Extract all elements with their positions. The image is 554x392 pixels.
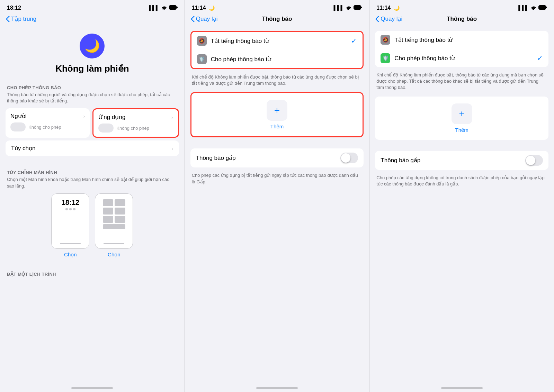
notification-source-group-2: 🔕 Tắt tiếng thông báo từ ✓ 🛡️ Cho phép t… [190, 31, 364, 69]
mute-row-2[interactable]: 🔕 Tắt tiếng thông báo từ ✓ [191, 32, 363, 50]
screen-thumbs: 18:12 Chọn [0, 191, 185, 261]
moon-status-icon-2: 🌙 [209, 5, 215, 11]
thumb-app-icons [103, 199, 125, 229]
status-bar-1: 18:12 ▌▌▌ [0, 0, 185, 14]
toggle-knob-3 [526, 156, 535, 165]
panel1-header: 🌙 Không làm phiền [0, 27, 185, 80]
svg-rect-3 [361, 7, 362, 8]
section2-title: TÙY CHỈNH MÀN HÌNH [7, 170, 178, 175]
thumb-home-bar [60, 243, 81, 244]
tuychon-chevron: › [172, 146, 173, 151]
tuychon-row[interactable]: Tùy chọn › [6, 140, 179, 156]
svg-rect-5 [546, 7, 547, 8]
bell-slash-icon-3: 🔕 [381, 35, 390, 45]
lockscreen-thumb[interactable]: 18:12 Chọn [51, 193, 89, 258]
allow-row-3[interactable]: 🛡️ Cho phép thông báo từ ✓ [375, 49, 548, 67]
wifi-icon-3 [531, 5, 536, 11]
nav-title-3: Thông báo [447, 16, 477, 22]
urgent-group-2: Thông báo gấp [190, 148, 364, 167]
status-time-2: 11:14 🌙 [192, 5, 215, 11]
home-indicator-1 [0, 384, 185, 392]
status-icons-2: ▌▌▌ [334, 5, 363, 11]
mute-row-3[interactable]: 🔕 Tắt tiếng thông báo từ [375, 31, 548, 49]
battery-icon-3 [538, 5, 547, 11]
wifi-icon-2 [346, 5, 351, 11]
app-icon-1 [103, 199, 113, 206]
section3-header: ĐẶT MỘT LỊCH TRÌNH [0, 266, 185, 278]
app-icon-3 [103, 208, 113, 215]
urgent-toggle-2[interactable] [340, 153, 358, 163]
signal-icon-2: ▌▌▌ [334, 5, 344, 11]
permissions-grid: Người › Không cho phép Ứng dụng › Không … [6, 108, 179, 138]
lockscreen-frame: 18:12 [51, 193, 89, 249]
lockscreen-label: Chọn [64, 252, 77, 258]
app-icon-2 [115, 199, 125, 206]
home-bar-3 [441, 387, 483, 389]
dot1 [65, 208, 68, 210]
urgent-toggle-3[interactable] [525, 155, 543, 166]
homescreen-frame [95, 193, 133, 249]
phone-panel-3: 11:14 🌙 ▌▌▌ Quay lại Thông báo [369, 0, 554, 392]
notification-source-group-3: 🔕 Tắt tiếng thông báo từ 🛡️ Cho phép thô… [375, 31, 548, 67]
add-button-2[interactable]: + [267, 100, 287, 121]
moon-icon: 🌙 [84, 39, 100, 53]
app-dock [103, 224, 125, 229]
ungdung-cell-title: Ứng dụng › [98, 113, 173, 121]
svg-rect-1 [177, 7, 178, 8]
svg-rect-4 [539, 6, 546, 10]
nguoi-cell[interactable]: Người › Không cho phép [6, 108, 90, 138]
thumb-dots [65, 208, 75, 210]
battery-icon-1 [169, 5, 178, 11]
plus-icon-2: + [274, 106, 280, 115]
home-bar-1 [71, 387, 113, 389]
home-bar-2 [256, 387, 298, 389]
home-indicator-3 [369, 384, 554, 392]
allow-row-2[interactable]: 🛡️ Cho phép thông báo từ [191, 50, 363, 68]
app-icon-6 [115, 216, 125, 223]
bell-slash-icon-2: 🔕 [197, 36, 207, 46]
back-button-2[interactable]: Quay lại [190, 15, 218, 22]
check-icon-allow-3: ✓ [537, 54, 543, 62]
dot2 [69, 208, 72, 210]
signal-icon-3: ▌▌▌ [518, 5, 529, 11]
app-icon-4 [115, 208, 125, 215]
thumb-time: 18:12 [62, 199, 79, 207]
homescreen-label: Chọn [108, 252, 120, 258]
plus-icon-3: + [459, 109, 464, 119]
panel1-content: 🌙 Không làm phiền CHO PHÉP THÔNG BÁO Thô… [0, 27, 185, 384]
add-box-3: + Thêm [375, 97, 548, 140]
ungdung-toggle[interactable] [98, 124, 114, 133]
add-label-3: Thêm [455, 127, 468, 133]
section1-title: CHO PHÉP THÔNG BÁO [7, 85, 178, 90]
nguoi-toggle[interactable] [10, 122, 26, 131]
toggle-desc-2: Cho phép các ứng dụng bị tắt tiếng gửi n… [185, 170, 369, 188]
desc-2: Khi chế độ Không làm phiền được bật, thô… [185, 72, 369, 89]
svg-rect-0 [169, 6, 176, 10]
shield-icon-2: 🛡️ [197, 54, 207, 64]
ungdung-cell[interactable]: Ứng dụng › Không cho phép [92, 108, 179, 138]
homescreen-thumb[interactable]: Chọn [95, 193, 133, 258]
status-icons-3: ▌▌▌ [518, 5, 547, 11]
moon-icon-circle: 🌙 [80, 34, 105, 58]
back-button-3[interactable]: Quay lại [375, 15, 402, 22]
add-box-2: + Thêm [191, 93, 363, 136]
tuychon-group: Tùy chọn › [6, 140, 179, 156]
status-time-1: 18:12 [7, 5, 21, 11]
ungdung-toggle-row: Không cho phép [98, 124, 173, 133]
nguoi-toggle-row: Không cho phép [10, 122, 85, 131]
add-button-3[interactable]: + [452, 103, 472, 124]
status-bar-2: 11:14 🌙 ▌▌▌ [185, 0, 369, 14]
nav-bar-1: Tập trung [0, 14, 185, 27]
nav-title-2: Thông báo [262, 16, 292, 22]
ungdung-chevron: › [171, 115, 173, 120]
panel3-content: 🔕 Tắt tiếng thông báo từ 🛡️ Cho phép thô… [369, 27, 554, 384]
phone-panel-1: 18:12 ▌▌▌ Tập trung 🌙 Không làm phiền [0, 0, 185, 392]
panel2-content: 🔕 Tắt tiếng thông báo từ ✓ 🛡️ Cho phép t… [185, 27, 369, 384]
nguoi-chevron: › [83, 113, 85, 119]
battery-icon-2 [354, 5, 362, 11]
nav-bar-2: Quay lại Thông báo [185, 14, 369, 27]
nguoi-cell-title: Người › [10, 112, 85, 120]
urgent-row-2: Thông báo gấp [190, 148, 364, 167]
back-button-1[interactable]: Tập trung [6, 15, 36, 22]
status-bar-3: 11:14 🌙 ▌▌▌ [369, 0, 554, 14]
